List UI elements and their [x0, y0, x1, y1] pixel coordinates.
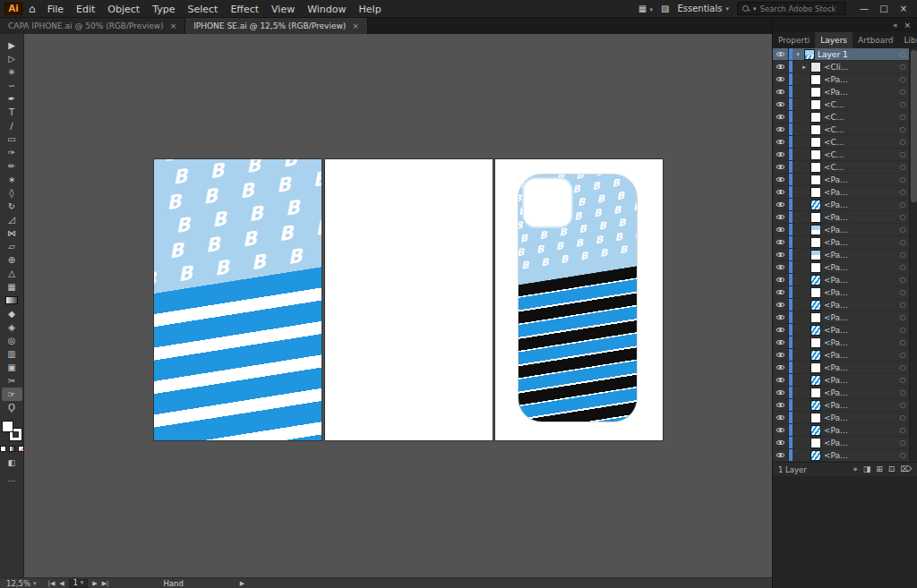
layer-label[interactable]: <Pa... — [824, 388, 896, 397]
tab-close-icon[interactable]: × — [352, 21, 359, 30]
previous-artboard-icon[interactable]: ◀ — [59, 580, 64, 587]
panel-tab-libraries[interactable]: Libraries — [898, 32, 917, 48]
visibility-toggle[interactable] — [773, 261, 789, 273]
menu-view[interactable]: View — [265, 4, 301, 15]
layer-label[interactable]: <Pa... — [824, 88, 896, 97]
hand-tool[interactable]: ☞ — [2, 388, 22, 401]
visibility-toggle[interactable] — [773, 362, 789, 373]
layer-row[interactable]: <Pa...○ — [773, 211, 909, 224]
layer-row[interactable]: <Pa...○ — [773, 299, 909, 311]
layer-row[interactable]: <Pa...○ — [773, 249, 909, 261]
visibility-toggle[interactable] — [773, 98, 789, 110]
layer-label[interactable]: <Pa... — [824, 301, 896, 310]
target-circle-icon[interactable]: ○ — [896, 388, 909, 396]
new-sublayer-icon[interactable]: ⊞ — [876, 464, 883, 474]
visibility-toggle[interactable] — [773, 349, 789, 361]
layer-label[interactable]: Layer 1 — [818, 50, 896, 59]
layer-row[interactable]: <C...○ — [773, 149, 909, 161]
expand-chevron-icon[interactable]: ▸ — [801, 64, 808, 71]
pen-tool[interactable]: ✒ — [2, 92, 22, 106]
target-circle-icon[interactable]: ○ — [896, 351, 909, 359]
stock-image-icon[interactable]: ▨ — [661, 4, 669, 13]
layer-row[interactable]: <Pa...○ — [773, 224, 909, 236]
target-circle-icon[interactable]: ○ — [896, 138, 909, 146]
visibility-toggle[interactable] — [773, 286, 789, 298]
collapse-panels-icon[interactable]: « — [893, 21, 898, 30]
layer-label[interactable]: <Pa... — [824, 426, 896, 435]
target-circle-icon[interactable]: ○ — [896, 288, 909, 296]
magic-wand-tool[interactable]: ✳ — [2, 65, 22, 79]
artboard-number-input[interactable]: 1 ▾ — [69, 579, 89, 588]
layer-label[interactable]: <Pa... — [824, 75, 896, 84]
layer-row[interactable]: <Pa...○ — [773, 337, 909, 349]
arrange-documents-icon[interactable]: ▦ ▾ — [638, 4, 653, 13]
visibility-toggle[interactable] — [773, 199, 789, 210]
layer-label[interactable]: <Pa... — [824, 376, 896, 385]
visibility-toggle[interactable] — [773, 111, 789, 123]
gradient-button[interactable] — [9, 446, 15, 452]
artboard-2[interactable] — [325, 159, 493, 440]
artboard-1[interactable]: B B B B B B B B B B B B B B B B B B B B … — [154, 159, 321, 440]
layer-label[interactable]: <Pa... — [824, 401, 896, 410]
gradient-tool[interactable] — [5, 296, 18, 304]
layer-row[interactable]: <C...○ — [773, 124, 909, 136]
visibility-toggle[interactable] — [773, 399, 789, 411]
layer-label[interactable]: <C... — [824, 163, 896, 172]
layer-row[interactable]: <Pa...○ — [773, 374, 909, 387]
artboard-3[interactable]: B B B B B B B B B B B B B B B B B B B B … — [495, 159, 663, 440]
shaper-tool[interactable]: ∗ — [2, 173, 22, 186]
visibility-toggle[interactable] — [773, 149, 789, 160]
layer-row[interactable]: <C...○ — [773, 111, 909, 124]
target-circle-icon[interactable]: ○ — [896, 200, 909, 209]
perspective-grid-tool[interactable]: △ — [2, 267, 22, 280]
visibility-toggle[interactable] — [773, 337, 789, 348]
target-circle-icon[interactable]: ○ — [896, 150, 909, 158]
shape-builder-tool[interactable]: ⊕ — [2, 253, 22, 267]
target-circle-icon[interactable]: ○ — [896, 113, 909, 121]
change-screen-mode-icon[interactable]: ◧ — [8, 458, 16, 468]
layer-label[interactable]: <Pa... — [824, 200, 896, 209]
selection-tool[interactable]: ▶ — [2, 38, 22, 52]
layer-label[interactable]: <Pa... — [824, 238, 896, 247]
workspace-switcher[interactable]: Essentials▾ — [677, 4, 729, 13]
target-circle-icon[interactable]: ○ — [896, 363, 909, 371]
visibility-toggle[interactable] — [773, 274, 789, 285]
visibility-toggle[interactable] — [773, 299, 789, 311]
restore-button[interactable]: □ — [874, 0, 894, 18]
fill-swatch[interactable] — [2, 421, 13, 432]
visibility-toggle[interactable] — [773, 211, 789, 223]
artboard-tool[interactable]: ▣ — [2, 361, 22, 374]
color-button[interactable] — [0, 446, 6, 452]
target-circle-icon[interactable]: ○ — [896, 63, 909, 71]
pencil-tool[interactable]: ✏ — [2, 159, 22, 173]
panel-tab-artboard[interactable]: Artboard — [853, 32, 898, 48]
layer-label[interactable]: <Pa... — [824, 175, 896, 184]
layer-row[interactable]: <C...○ — [773, 161, 909, 174]
layer-label[interactable]: <Pa... — [824, 338, 896, 347]
menu-window[interactable]: Window — [301, 4, 352, 15]
last-artboard-icon[interactable]: ▶| — [102, 580, 109, 587]
menu-select[interactable]: Select — [181, 4, 224, 15]
layer-row[interactable]: <Pa...○ — [773, 424, 909, 437]
document-tab[interactable]: IPHONE SE.ai @ 12,5% (RGB/Preview)× — [185, 18, 368, 34]
menu-object[interactable]: Object — [101, 4, 146, 15]
panel-tab-layers[interactable]: Layers — [815, 32, 853, 48]
target-circle-icon[interactable]: ○ — [896, 163, 909, 171]
target-circle-icon[interactable]: ○ — [896, 326, 909, 334]
visibility-toggle[interactable] — [773, 236, 789, 248]
layer-label[interactable]: <C... — [824, 150, 896, 159]
layer-row[interactable]: <Pa...○ — [773, 324, 909, 337]
target-circle-icon[interactable]: ○ — [896, 426, 909, 434]
target-circle-icon[interactable]: ○ — [896, 439, 909, 447]
target-circle-icon[interactable]: ○ — [896, 226, 909, 234]
visibility-toggle[interactable] — [773, 249, 789, 260]
layer-row[interactable]: <Pa...○ — [773, 236, 909, 249]
target-circle-icon[interactable]: ○ — [896, 338, 909, 346]
layer-row[interactable]: <Pa...○ — [773, 437, 909, 449]
target-circle-icon[interactable]: ○ — [896, 88, 909, 96]
layer-label[interactable]: <Pa... — [824, 251, 896, 260]
visibility-toggle[interactable] — [773, 48, 789, 60]
layer-row[interactable]: <Pa...○ — [773, 261, 909, 274]
blend-tool[interactable]: ◈ — [2, 320, 22, 334]
target-circle-icon[interactable]: ○ — [896, 188, 909, 196]
